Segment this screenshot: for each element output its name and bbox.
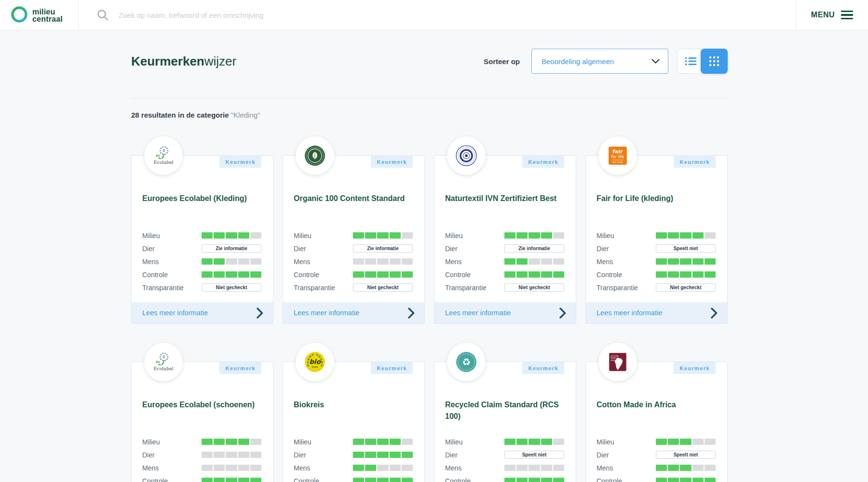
rating-bar-segment (365, 465, 376, 471)
rating-label: Transparantie (445, 284, 487, 292)
sort-controls: Sorteer op Beoordeling algemeen (484, 49, 728, 74)
site-logo-text: milieu centraal (32, 8, 63, 23)
rating-row: Controle (597, 268, 716, 281)
rating-status-box: Zie informatie (202, 244, 261, 253)
rating-bar-segment (692, 478, 704, 482)
rating-bar-segment (402, 271, 413, 278)
rating-row: Milieu (445, 229, 564, 242)
grid-view-button[interactable] (701, 49, 728, 74)
rating-bar-segment (377, 439, 388, 445)
rating-bar-segment (668, 258, 679, 265)
svg-text:bio: bio (309, 358, 321, 365)
rating-bar-segment (541, 258, 552, 265)
rating-row: Controle (597, 474, 716, 482)
rating-label: Milieu (142, 232, 160, 240)
rating-status-box: Zie informatie (504, 244, 564, 253)
list-view-icon (685, 56, 697, 66)
rating-label: Dier (597, 245, 609, 253)
rating-bar-segment (656, 258, 667, 265)
rating-bar-segment (226, 439, 237, 445)
rating-bar-segment (226, 452, 237, 458)
rating-row: Mens (445, 461, 564, 474)
rating-bar-segment (202, 232, 213, 239)
rating-row: TransparantieNiet gecheckt (445, 281, 564, 294)
rating-bar-segment (390, 452, 401, 458)
rating-bar-segment (377, 271, 388, 278)
rating-bar-segment (250, 271, 261, 278)
rating-bar-segment (353, 452, 364, 458)
keurmerk-badge: Keurmerk (371, 156, 413, 168)
rating-bar-segment (692, 271, 704, 278)
rating-bar-segment (529, 465, 540, 471)
menu-button[interactable]: MENU (796, 0, 868, 30)
rating-row: Controle (445, 474, 564, 482)
svg-text:Ecolabel: Ecolabel (154, 366, 174, 371)
rating-label: Dier (597, 451, 609, 459)
rating-bar-segment (365, 439, 376, 445)
rating-bar-segment (238, 258, 249, 265)
keurmerk-card: € EU Ecolabel Keurmerk Europees Ecolabel… (131, 155, 273, 324)
keurmerk-badge: Keurmerk (219, 156, 261, 168)
chevron-right-icon (559, 308, 566, 319)
read-more-link[interactable]: Lees meer informatie (283, 302, 424, 323)
rating-bar-segment (226, 478, 237, 482)
keurmerk-badge: Keurmerk (522, 362, 564, 374)
svg-text:€: € (163, 148, 165, 153)
svg-text:for life: for life (611, 154, 624, 159)
main-content: Keurmerkenwijzer Sorteer op Beoordeling … (131, 30, 728, 482)
chevron-right-icon (408, 308, 415, 319)
rating-status-box: Niet gecheckt (353, 283, 413, 292)
svg-text:EU: EU (156, 361, 160, 363)
read-more-link[interactable]: Lees meer informatie (434, 302, 576, 323)
rating-label: Transparantie (597, 284, 638, 292)
keurmerk-card: ♻ Keurmerk Recycled Claim Standard (RCS … (434, 362, 576, 482)
read-more-label: Lees meer informatie (142, 309, 208, 317)
view-toggle-group (677, 49, 728, 74)
rating-bar-segment (214, 478, 225, 482)
rating-bar-segment (529, 439, 540, 445)
rating-bar (656, 465, 716, 471)
menu-label: MENU (811, 11, 835, 19)
rating-label: Milieu (142, 438, 160, 446)
eu-ecolabel-logo: € EU Ecolabel (144, 343, 183, 381)
rating-bar-segment (553, 439, 564, 445)
card-title: Organic 100 Content Standard (294, 193, 414, 204)
rating-bar-segment (390, 478, 401, 482)
rating-label: Controle (294, 477, 319, 482)
rating-label: Mens (142, 464, 159, 472)
rating-row: Milieu (294, 435, 413, 448)
rating-label: Milieu (445, 438, 463, 446)
rating-status-box: Niet gecheckt (656, 283, 716, 292)
rating-bar-segment (390, 258, 401, 265)
rating-label: Mens (294, 258, 310, 266)
read-more-link[interactable]: Lees meer informatie (132, 302, 273, 323)
card-title: Fair for Life (kleding) (597, 193, 717, 204)
rating-label: Milieu (597, 232, 614, 240)
rating-bar (504, 258, 564, 265)
rating-bar-segment (541, 465, 552, 471)
rating-row: DierZie informatie (294, 242, 413, 255)
rating-row: Milieu (294, 229, 413, 242)
rating-bar-segment (353, 258, 364, 265)
rating-bar (656, 478, 716, 482)
read-more-label: Lees meer informatie (294, 309, 359, 317)
rating-bar (202, 478, 261, 482)
rating-bar-segment (656, 439, 667, 445)
sort-dropdown[interactable]: Beoordeling algemeen (531, 49, 668, 74)
results-count: 28 resultaten in de categorie "Kleding" (131, 111, 260, 119)
search-bar (90, 0, 795, 30)
rating-row: TransparantieNiet gecheckt (597, 281, 716, 294)
list-view-button[interactable] (677, 49, 704, 74)
chevron-down-icon (651, 59, 660, 64)
rating-bar-segment (668, 232, 679, 239)
search-input[interactable] (119, 11, 795, 19)
rating-label: Dier (294, 245, 306, 253)
site-logo[interactable]: milieu centraal (11, 0, 63, 30)
rating-row: Mens (294, 255, 413, 268)
read-more-link[interactable]: Lees meer informatie (586, 302, 727, 323)
rating-bar-segment (202, 452, 213, 458)
rating-row: Mens (597, 255, 716, 268)
keurmerk-card: Keurmerk Organic 100 Content Standard Mi… (283, 155, 425, 324)
keurmerk-badge: Keurmerk (674, 156, 716, 168)
rating-label: Mens (597, 464, 613, 472)
